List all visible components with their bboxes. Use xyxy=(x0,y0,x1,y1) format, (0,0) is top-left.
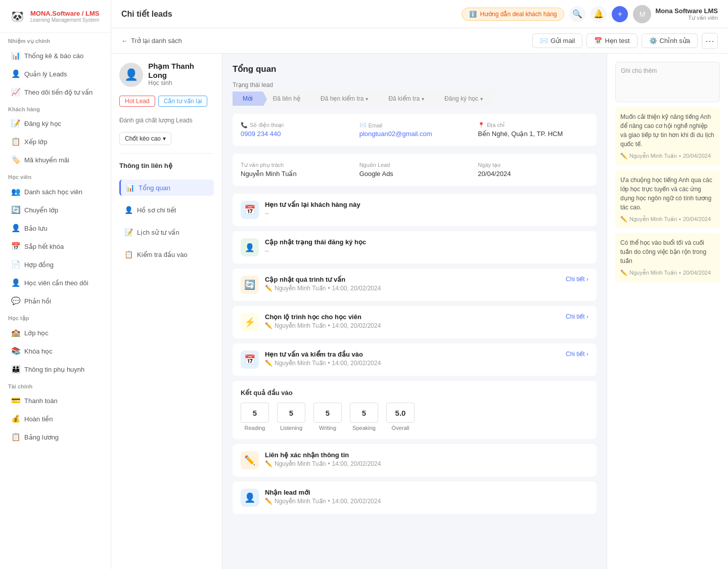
logo-name: MONA.Software / LMS xyxy=(30,10,100,17)
sidebar-item-can-theo-doi[interactable]: 👤 Học viên cần theo dõi xyxy=(3,274,108,291)
email-icon: ✉️ xyxy=(359,122,367,128)
sidebar-item-chuyen-lop[interactable]: 🔄 Chuyển lớp xyxy=(3,201,108,218)
note-text-3: Có thể học vào buổi tối và cuối tuần do … xyxy=(620,238,715,266)
address-value: Bến Nghé, Quận 1, TP. HCM xyxy=(478,130,588,138)
sidebar-item-theo-doi[interactable]: 📈 Theo dõi tiến độ tư vấn xyxy=(3,83,108,101)
edit-icon: ✏️ xyxy=(265,285,272,292)
chinh-sua-button[interactable]: ⚙️ Chỉnh sửa xyxy=(642,33,698,48)
overview-icon: 📊 xyxy=(126,184,134,192)
calendar-activity-icon: 📅 xyxy=(241,201,259,219)
search-button[interactable]: 🔍 xyxy=(569,6,585,22)
sidebar-item-quan-ly-leads[interactable]: 👤 Quản lý Leads xyxy=(3,65,108,82)
coupon-icon: 🏷️ xyxy=(11,155,20,164)
nav-ho-so[interactable]: 👤 Hồ sơ chi tiết xyxy=(119,202,214,218)
quality-value: Chốt kèo cao xyxy=(125,135,161,142)
sidebar-item-xep-lop[interactable]: 📋 Xếp lớp xyxy=(3,133,108,150)
status-step-da-kiem-tra[interactable]: Đã kiểm tra ▾ xyxy=(378,92,434,106)
feedback-icon: 💬 xyxy=(11,296,20,305)
contact-info-grid: 📞 Số điện thoại 0909 234 440 ✉️ Email pl… xyxy=(233,114,597,146)
hen-test-button[interactable]: 📅 Hẹn test xyxy=(586,33,637,48)
activity-qt-link[interactable]: Chi tiết › xyxy=(566,276,588,283)
score-overall-value: 5.0 xyxy=(386,403,415,423)
sidebar-item-bang-luong[interactable]: 📋 Bảng lương xyxy=(3,428,108,446)
note-author-name-3: Nguyễn Minh Tuấn xyxy=(629,269,677,277)
sidebar-label-hoan-tien: Hoàn tiền xyxy=(24,415,53,423)
score-reading-value: 5 xyxy=(241,403,269,423)
note-input[interactable]: Ghi chú thêm xyxy=(615,62,720,102)
email-value[interactable]: plongtuan02@gmail.com xyxy=(359,130,470,138)
activity-qt-title: Cập nhật quá trình tư vấn xyxy=(265,276,560,283)
sidebar-label-bao-luu: Bảo lưu xyxy=(24,225,48,232)
back-label: Trở lại danh sách xyxy=(131,37,182,45)
activity-lt-author: Nguyễn Minh Tuấn xyxy=(275,322,326,329)
sidebar-item-thanh-toan[interactable]: 💳 Thanh toán xyxy=(3,392,108,409)
activity-hkt-title: Hẹn tư vấn và kiểm tra đầu vào xyxy=(265,351,560,358)
sidebar-item-bao-luu[interactable]: 👤 Bảo lưu xyxy=(3,220,108,237)
sidebar-item-hop-dong[interactable]: 📄 Hợp đồng xyxy=(3,256,108,273)
sidebar-label-lop-hoc: Lớp học xyxy=(24,329,49,337)
status-step-dang-ky[interactable]: Đăng ký học ▾ xyxy=(434,92,493,106)
topbar: Chi tiết leads ℹ️ Hướng dẫn deal khách h… xyxy=(111,0,728,28)
sidebar-item-sap-het-khoa[interactable]: 📅 Sắp hết khóa xyxy=(3,238,108,255)
status-step-lien-he[interactable]: Đã liên hệ xyxy=(263,92,310,106)
register-icon: 📝 xyxy=(11,119,20,128)
status-step-hen-kiem-tra[interactable]: Đã hẹn kiểm tra ▾ xyxy=(310,92,378,106)
edit-nl-icon: ✏️ xyxy=(265,498,272,505)
nav-kiem-tra[interactable]: 📋 Kiểm tra đầu vào xyxy=(119,246,214,262)
score-listening-label: Listening xyxy=(280,425,302,431)
advisor-label: Tư vấn phụ trách xyxy=(241,162,351,168)
back-button[interactable]: ← Trở lại danh sách xyxy=(121,37,182,45)
sidebar-item-danh-sach[interactable]: 👥 Danh sách học viên xyxy=(3,183,108,200)
sidebar-item-hoan-tien[interactable]: 💰 Hoàn tiền xyxy=(3,410,108,427)
note-card-2: Ưa chuộng học tiếng Anh qua các lớp học … xyxy=(615,170,720,229)
activity-lt-content: Chọn lộ trình học cho học viên ✏️ Nguyễn… xyxy=(265,313,560,329)
nav-tong-quan[interactable]: 📊 Tổng quan xyxy=(119,180,214,196)
sidebar-item-phu-huynh[interactable]: 👪 Thông tin phụ huynh xyxy=(3,361,108,378)
more-button[interactable]: ⋯ xyxy=(702,33,718,49)
address-label: 📍 Địa chỉ xyxy=(478,122,588,128)
source-label: Nguồn Lead xyxy=(359,162,470,168)
notification-button[interactable]: 🔔 xyxy=(590,6,607,22)
status-step-moi[interactable]: Mới xyxy=(233,92,263,106)
divider xyxy=(119,153,214,154)
activity-hkt-link[interactable]: Chi tiết › xyxy=(566,351,588,358)
activity-lien-he: ✏️ Liên hệ xác nhận thông tin ✏️ Nguyễn … xyxy=(233,444,597,476)
sidebar-item-dang-ky-hoc[interactable]: 📝 Đăng ký học xyxy=(3,115,108,132)
phone-cell: 📞 Số điện thoại 0909 234 440 xyxy=(241,122,351,138)
note-author-3: ✏️ Nguyễn Minh Tuấn • 20/04/2024 xyxy=(620,269,715,277)
activity-qt-content: Cập nhật quá trình tư vấn ✏️ Nguyễn Minh… xyxy=(265,276,560,292)
activity-lt-link[interactable]: Chi tiết › xyxy=(566,313,588,320)
user-area[interactable]: M Mona Software LMS Tư vấn viên xyxy=(633,5,718,23)
sidebar-section-hoc-vien: Học viên xyxy=(0,169,111,183)
quality-select[interactable]: Chốt kèo cao ▾ xyxy=(119,132,171,145)
nav-lich-su[interactable]: 📝 Lịch sử tư vấn xyxy=(119,224,214,240)
email-label: ✉️ Email xyxy=(359,122,470,128)
mail-icon: ✉️ xyxy=(540,37,548,45)
score-overall-label: Overall xyxy=(392,425,410,431)
center-panel: Tổng quan Trạng thái lead Mới Đã liên hệ… xyxy=(222,54,607,569)
activity-hkt-author: Nguyễn Minh Tuấn xyxy=(275,360,326,367)
note-date-3: 20/04/2024 xyxy=(683,269,711,277)
sidebar-label-can-theo-doi: Học viên cần theo dõi xyxy=(24,279,88,287)
sidebar-item-ma-khuyen-mai[interactable]: 🏷️ Mã khuyến mãi xyxy=(3,151,108,168)
activity-nl-title: Nhận lead mới xyxy=(265,489,588,496)
sidebar-label-phan-hoi: Phản hồi xyxy=(24,297,51,305)
note-author-name-2: Nguyễn Minh Tuấn xyxy=(629,215,677,224)
sidebar-item-khoa-hoc[interactable]: 📚 Khóa học xyxy=(3,342,108,360)
score-writing-label: Writing xyxy=(319,425,336,431)
classroom-icon: 🏫 xyxy=(11,328,20,337)
phone-value[interactable]: 0909 234 440 xyxy=(241,130,351,138)
history-icon: 📝 xyxy=(124,228,133,236)
gui-mail-button[interactable]: ✉️ Gửi mail xyxy=(532,33,582,48)
guide-button[interactable]: ℹ️ Hướng dẫn deal khách hàng xyxy=(462,8,564,21)
activity-hkt-content: Hẹn tư vấn và kiểm tra đầu vào ✏️ Nguyễn… xyxy=(265,351,560,367)
nav-ho-so-label: Hồ sơ chi tiết xyxy=(137,206,176,214)
sidebar-item-lop-hoc[interactable]: 🏫 Lớp học xyxy=(3,324,108,341)
sidebar-item-phan-hoi[interactable]: 💬 Phản hồi xyxy=(3,292,108,310)
edit-note-icon-2: ✏️ xyxy=(620,215,627,224)
note-date-2: 20/04/2024 xyxy=(683,215,711,224)
activity-qt-sub: ✏️ Nguyễn Minh Tuấn • 14:00, 20/02/2024 xyxy=(265,285,560,292)
sidebar-item-thong-ke[interactable]: 📊 Thống kê & báo cáo xyxy=(3,47,108,64)
user-add-icon: 👤 xyxy=(241,238,259,256)
add-button[interactable]: + xyxy=(612,6,628,22)
